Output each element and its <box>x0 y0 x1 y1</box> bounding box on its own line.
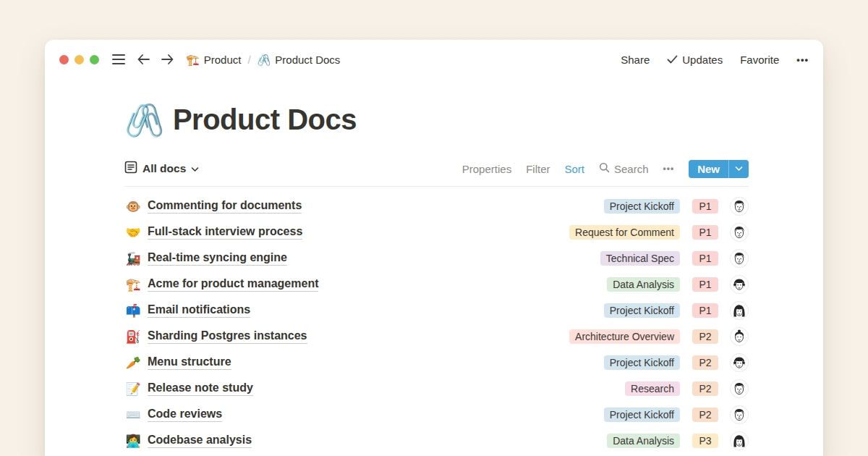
doc-emoji-icon: ⌨️ <box>124 409 142 421</box>
doc-type-tag[interactable]: Data Analysis <box>607 434 680 448</box>
doc-emoji-icon: 🥕 <box>124 357 142 369</box>
priority-badge[interactable]: P2 <box>692 381 718 396</box>
priority-badge[interactable]: P2 <box>692 408 718 422</box>
doc-title-link[interactable]: Real-time syncing engine <box>148 251 287 266</box>
check-icon <box>667 54 678 66</box>
table-row[interactable]: ⛽ Sharding Postgres instances Architectu… <box>124 324 749 350</box>
favorite-button[interactable]: Favorite <box>740 54 779 66</box>
assignee-avatar <box>730 353 749 372</box>
breadcrumb: 🏗️ Product / 🖇️ Product Docs <box>186 54 340 66</box>
assignee-avatar <box>730 223 749 242</box>
filter-button[interactable]: Filter <box>526 163 550 175</box>
priority-badge[interactable]: P3 <box>692 434 718 448</box>
priority-badge[interactable]: P2 <box>692 329 718 344</box>
doc-type-tag[interactable]: Project Kickoff <box>604 199 680 214</box>
doc-type-tag[interactable]: Project Kickoff <box>604 303 680 318</box>
priority-badge[interactable]: P1 <box>692 225 718 240</box>
doc-type-tag[interactable]: Request for Comment <box>569 225 680 240</box>
more-options-icon[interactable]: ••• <box>796 54 809 65</box>
chevron-down-icon <box>191 162 199 175</box>
breadcrumb-label: Product Docs <box>275 54 340 66</box>
assignee-avatar <box>730 275 749 294</box>
new-button[interactable]: New <box>689 160 749 178</box>
table-row[interactable]: 🤝 Full-stack interview process Request f… <box>124 219 749 245</box>
window-close-button[interactable] <box>59 55 69 64</box>
doc-title-link[interactable]: Code reviews <box>148 408 222 422</box>
doc-emoji-icon: 🚂 <box>124 253 142 265</box>
doc-type-tag[interactable]: Technical Spec <box>600 251 680 266</box>
table-row[interactable]: ⌨️ Code reviews Project Kickoff P2 <box>124 402 749 428</box>
table-row[interactable]: 🥕 Menu structure Project Kickoff P2 <box>124 350 749 376</box>
table-row[interactable]: 📝 Release note study Research P2 <box>124 376 749 402</box>
doc-emoji-icon: 🏗️ <box>124 279 142 291</box>
window-controls <box>59 55 99 64</box>
new-button-label[interactable]: New <box>689 160 728 178</box>
breadcrumb-label: Product <box>204 54 242 66</box>
assignee-avatar <box>730 197 749 216</box>
breadcrumb-separator: / <box>247 54 250 66</box>
priority-badge[interactable]: P1 <box>692 277 718 292</box>
doc-type-tag[interactable]: Project Kickoff <box>604 408 680 422</box>
view-switcher[interactable]: All docs <box>124 161 199 177</box>
priority-badge[interactable]: P1 <box>692 303 718 318</box>
sidebar-menu-icon[interactable] <box>112 54 125 64</box>
updates-button[interactable]: Updates <box>667 54 723 66</box>
window-minimize-button[interactable] <box>75 55 84 64</box>
properties-button[interactable]: Properties <box>462 163 511 175</box>
priority-badge[interactable]: P1 <box>692 199 718 214</box>
doc-emoji-icon: ⛽ <box>124 331 142 343</box>
assignee-avatar <box>730 405 749 424</box>
paperclips-icon: 🖇️ <box>258 54 271 65</box>
doc-emoji-icon: 📝 <box>124 383 142 395</box>
doc-type-tag[interactable]: Data Analysis <box>607 277 680 292</box>
doc-title-link[interactable]: Sharding Postgres instances <box>148 329 307 344</box>
doc-emoji-icon: 🐵 <box>124 200 142 213</box>
page-paperclips-icon: 🖇️ <box>124 104 164 136</box>
share-button[interactable]: Share <box>621 54 650 66</box>
breadcrumb-item-product[interactable]: 🏗️ Product <box>186 54 241 66</box>
search-label: Search <box>614 163 649 175</box>
breadcrumb-item-product-docs[interactable]: 🖇️ Product Docs <box>258 54 341 66</box>
window-zoom-button[interactable] <box>90 55 99 64</box>
assignee-avatar <box>730 327 749 346</box>
page-header: 🖇️ Product Docs <box>124 104 749 136</box>
doc-emoji-icon: 📫 <box>124 305 142 317</box>
sort-button[interactable]: Sort <box>565 163 585 175</box>
doc-title-link[interactable]: Commenting for documents <box>148 199 302 214</box>
view-toolbar: All docs Properties Filter Sort Search •… <box>124 158 749 180</box>
doc-type-tag[interactable]: Research <box>625 381 680 396</box>
doc-type-tag[interactable]: Architecture Overview <box>569 329 680 344</box>
table-row[interactable]: 👩‍💻 Codebase analysis Data Analysis P3 <box>124 428 749 454</box>
doc-type-tag[interactable]: Project Kickoff <box>604 355 680 370</box>
back-arrow-icon[interactable] <box>137 54 150 65</box>
table-row[interactable]: 🚂 Real-time syncing engine Technical Spe… <box>124 245 749 271</box>
search-icon <box>599 162 610 175</box>
assignee-avatar <box>730 301 749 320</box>
table-row[interactable]: 📫 Email notifications Project Kickoff P1 <box>124 297 749 324</box>
doc-emoji-icon: 🤝 <box>124 227 142 239</box>
page-title: Product Docs <box>173 104 357 136</box>
window-titlebar: 🏗️ Product / 🖇️ Product Docs Share Updat… <box>45 40 823 79</box>
construction-icon: 🏗️ <box>186 54 200 65</box>
doc-title-link[interactable]: Release note study <box>148 381 253 396</box>
priority-badge[interactable]: P1 <box>692 251 718 266</box>
priority-badge[interactable]: P2 <box>692 355 718 370</box>
assignee-avatar <box>730 379 749 398</box>
view-more-options-icon[interactable]: ••• <box>663 164 675 174</box>
doc-emoji-icon: 👩‍💻 <box>124 435 142 447</box>
doc-table: 🐵 Commenting for documents Project Kicko… <box>124 193 749 454</box>
table-row[interactable]: 🏗️ Acme for product management Data Anal… <box>124 271 749 297</box>
new-dropdown-button[interactable] <box>729 160 749 178</box>
search-button[interactable]: Search <box>599 162 649 175</box>
doc-title-link[interactable]: Menu structure <box>148 355 231 370</box>
table-row[interactable]: 🐵 Commenting for documents Project Kicko… <box>124 193 749 219</box>
doc-title-link[interactable]: Acme for product management <box>148 277 318 292</box>
forward-arrow-icon[interactable] <box>161 54 174 65</box>
view-label: All docs <box>142 162 186 175</box>
doc-title-link[interactable]: Full-stack interview process <box>148 225 302 240</box>
doc-title-link[interactable]: Codebase analysis <box>148 434 252 448</box>
doc-title-link[interactable]: Email notifications <box>148 303 250 318</box>
assignee-avatar <box>730 431 749 450</box>
toolbar-divider <box>124 186 749 187</box>
updates-label: Updates <box>682 54 723 66</box>
